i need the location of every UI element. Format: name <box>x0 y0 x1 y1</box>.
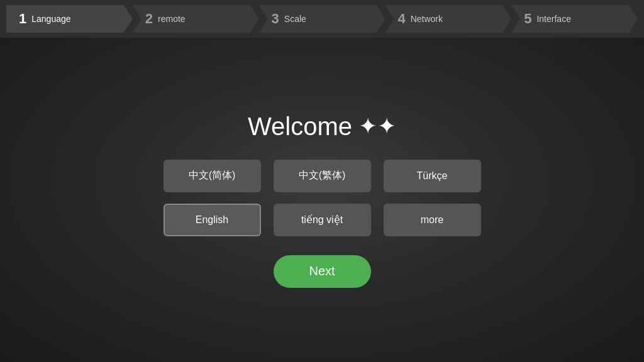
lang-btn-en[interactable]: English <box>164 204 261 236</box>
next-button[interactable]: Next <box>274 255 371 288</box>
step-4[interactable]: 4 Network <box>385 5 511 33</box>
lang-btn-more[interactable]: more <box>384 204 481 236</box>
step-label-4: Network <box>411 14 443 24</box>
step-label-1: Language <box>31 14 70 24</box>
step-num-3: 3 <box>272 11 279 27</box>
step-label-5: Interface <box>536 14 570 24</box>
step-num-4: 4 <box>397 11 405 27</box>
lang-btn-zh-hans[interactable]: 中文(简体) <box>164 160 261 192</box>
welcome-text: Welcome <box>248 112 352 141</box>
language-grid: 中文(简体)中文(繁体)TürkçeEnglishtiếng việtmore <box>164 160 481 236</box>
step-5[interactable]: 5 Interface <box>511 5 638 33</box>
step-num-2: 2 <box>145 11 153 27</box>
step-num-1: 1 <box>19 11 26 27</box>
step-2[interactable]: 2 remote <box>133 5 259 33</box>
stepper: 1 Language 2 remote 3 Scale 4 Network 5 … <box>0 0 644 38</box>
step-1[interactable]: 1 Language <box>6 5 133 33</box>
lang-btn-tr[interactable]: Türkçe <box>384 160 481 192</box>
lang-btn-zh-hant[interactable]: 中文(繁体) <box>274 160 371 192</box>
lang-btn-vi[interactable]: tiếng việt <box>274 204 371 236</box>
step-3[interactable]: 3 Scale <box>259 5 386 33</box>
step-label-2: remote <box>158 14 186 24</box>
main-content: Welcome ✦✦ 中文(简体)中文(繁体)TürkçeEnglishtiến… <box>0 38 644 362</box>
welcome-title: Welcome ✦✦ <box>248 112 396 141</box>
step-label-3: Scale <box>284 14 306 24</box>
sparkle-icon: ✦✦ <box>358 113 396 140</box>
step-num-5: 5 <box>524 11 531 27</box>
